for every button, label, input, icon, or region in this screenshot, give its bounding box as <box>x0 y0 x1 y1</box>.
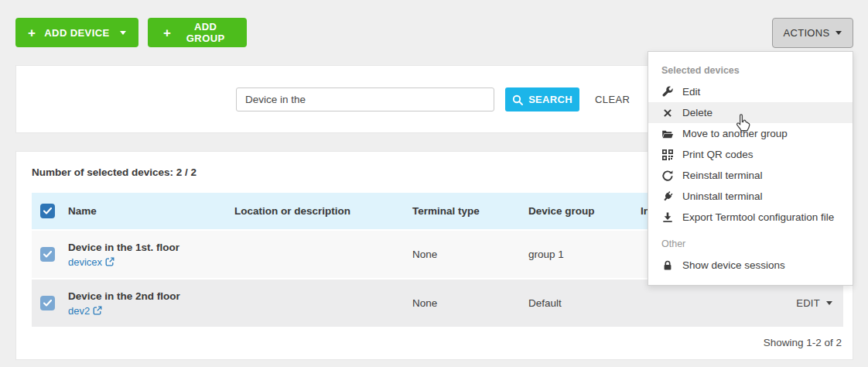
caret-down-icon <box>826 301 832 305</box>
menu-item-show-device-sessions[interactable]: Show device sessions <box>648 255 853 276</box>
add-group-button[interactable]: + ADD GROUP <box>148 18 247 47</box>
header-location: Location or description <box>229 205 407 217</box>
caret-down-icon <box>836 31 842 35</box>
search-button[interactable]: SEARCH <box>505 87 579 111</box>
header-terminal-type: Terminal type <box>407 205 523 217</box>
menu-item-export-termtool[interactable]: Export Termtool configuration file <box>648 207 853 228</box>
menu-item-edit[interactable]: Edit <box>648 81 853 102</box>
pagination-summary: Showing 1-2 of 2 <box>764 331 842 355</box>
check-icon <box>43 208 52 214</box>
device-name: Device in the 1st. floor <box>68 242 229 253</box>
row-edit-button[interactable]: EDIT <box>796 297 843 309</box>
actions-label: ACTIONS <box>784 27 830 39</box>
row-checkbox[interactable] <box>40 247 55 262</box>
plus-icon: + <box>28 26 36 39</box>
add-device-label: ADD DEVICE <box>44 27 109 39</box>
plug-icon <box>661 190 674 203</box>
check-icon <box>43 251 52 258</box>
caret-down-icon[interactable] <box>120 31 126 35</box>
download-icon <box>661 211 674 224</box>
search-button-label: SEARCH <box>528 94 572 105</box>
plus-icon: + <box>163 26 171 39</box>
device-terminal-type: None <box>407 297 523 309</box>
wrench-icon <box>661 86 674 98</box>
add-group-label: ADD GROUP <box>179 21 231 44</box>
refresh-icon <box>661 170 674 182</box>
menu-section-other: Other <box>648 234 853 255</box>
search-input[interactable] <box>236 87 494 111</box>
selected-devices-summary: Number of selected devices: 2 / 2 <box>32 166 196 178</box>
search-icon <box>512 94 523 105</box>
external-link-icon <box>93 306 102 315</box>
folder-open-icon <box>661 128 674 140</box>
device-link[interactable]: devicex <box>68 256 114 268</box>
menu-section-selected-devices: Selected devices <box>648 60 853 81</box>
device-link[interactable]: dev2 <box>68 305 102 317</box>
device-group: group 1 <box>523 249 635 260</box>
row-checkbox[interactable] <box>40 296 55 310</box>
device-terminal-type: None <box>407 249 523 260</box>
add-device-button[interactable]: + ADD DEVICE <box>15 18 138 47</box>
external-link-icon <box>105 257 114 266</box>
clear-button[interactable]: CLEAR <box>595 87 630 111</box>
menu-item-delete[interactable]: Delete <box>648 102 853 123</box>
device-name: Device in the 2nd floor <box>68 290 229 302</box>
menu-item-reinstall-terminal[interactable]: Reinstall terminal <box>648 165 853 186</box>
lock-icon <box>661 259 674 272</box>
header-device-group: Device group <box>523 205 635 217</box>
check-icon <box>43 300 52 307</box>
menu-item-uninstall-terminal[interactable]: Uninstall terminal <box>648 186 853 207</box>
select-all-checkbox[interactable] <box>40 204 55 218</box>
actions-button[interactable]: ACTIONS <box>772 18 853 48</box>
actions-dropdown-menu: Selected devices Edit Delete Move to ano… <box>648 51 853 286</box>
menu-item-move-to-group[interactable]: Move to another group <box>648 123 853 144</box>
device-group: Default <box>523 297 635 309</box>
qr-code-icon <box>661 149 674 161</box>
x-icon <box>661 107 674 119</box>
header-name: Name <box>63 205 229 217</box>
menu-item-print-qr[interactable]: Print QR codes <box>648 144 853 165</box>
